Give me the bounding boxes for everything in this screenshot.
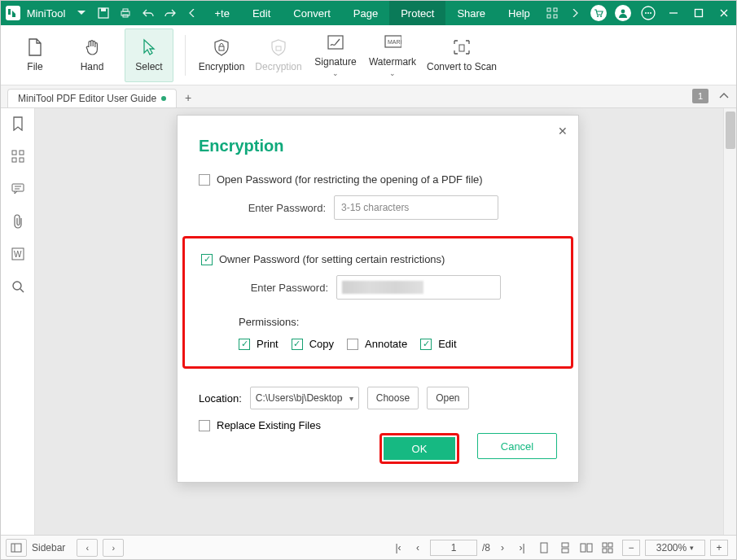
page-prev-icon[interactable]: ‹ — [410, 542, 425, 553]
perm-annotate-checkbox[interactable] — [347, 339, 358, 350]
document-tab[interactable]: MiniTool PDF Editor User Guide — [7, 89, 177, 107]
menu-prev-icon[interactable] — [181, 1, 203, 25]
dropdown-icon[interactable] — [70, 1, 92, 25]
page-input[interactable]: 1 — [430, 540, 477, 556]
menu-edit[interactable]: Edit — [241, 1, 282, 25]
replace-files-label: Replace Existing Files — [217, 419, 321, 431]
new-tab-button[interactable]: + — [177, 88, 200, 107]
sidebar-next[interactable]: › — [103, 539, 124, 557]
thumbnails-icon[interactable] — [9, 147, 27, 165]
app-brand: MiniTool — [25, 7, 71, 20]
enter-password-label: Enter Password: — [236, 202, 326, 214]
word-icon[interactable]: W — [9, 245, 27, 263]
page-navigator: |‹ ‹ 1 /8 › ›| — [391, 540, 529, 556]
sidebar-toggle[interactable] — [6, 539, 27, 557]
menu-page[interactable]: Page — [342, 1, 389, 25]
search-icon[interactable] — [9, 278, 27, 295]
zoom-out-button[interactable]: − — [622, 540, 640, 556]
ribbon-hand-label: Hand — [81, 61, 104, 72]
svg-text:MARK: MARK — [388, 39, 401, 45]
ribbon-file[interactable]: File — [11, 28, 59, 82]
ribbon-hand[interactable]: Hand — [68, 28, 116, 82]
cancel-button[interactable]: Cancel — [477, 433, 557, 459]
ribbon-decryption: Decryption — [254, 28, 303, 82]
perm-copy-checkbox[interactable] — [292, 339, 303, 350]
collapse-ribbon-icon[interactable] — [717, 89, 731, 103]
view-single-icon[interactable] — [536, 540, 552, 555]
page-first-icon[interactable]: |‹ — [391, 542, 406, 553]
view-facing-icon[interactable] — [578, 540, 594, 555]
ribbon-watermark[interactable]: MARK Watermark ⌄ — [368, 28, 417, 82]
ribbon-convert-scan[interactable]: Convert to Scan — [425, 28, 498, 82]
choose-button[interactable]: Choose — [367, 387, 419, 409]
bookmark-icon[interactable] — [9, 115, 27, 133]
print-icon[interactable] — [115, 1, 137, 25]
cursor-icon — [140, 38, 158, 56]
svg-rect-2 — [101, 8, 106, 11]
page-next-icon[interactable]: › — [495, 542, 510, 553]
ok-button[interactable]: OK — [384, 437, 455, 460]
zoom-value[interactable]: 3200%▾ — [645, 540, 705, 556]
hand-icon — [83, 38, 101, 56]
svg-rect-46 — [608, 549, 612, 553]
scrollbar-thumb[interactable] — [726, 112, 735, 149]
apps-icon[interactable] — [542, 1, 564, 25]
ribbon-encryption[interactable]: Encryption — [197, 28, 246, 82]
left-sidebar: W — [1, 108, 35, 535]
undo-icon[interactable] — [137, 1, 159, 25]
svg-rect-6 — [547, 8, 551, 11]
svg-rect-45 — [603, 549, 607, 553]
dialog-close-icon[interactable]: ✕ — [555, 124, 570, 138]
chevron-down-icon: ⌄ — [332, 69, 339, 77]
comments-icon[interactable] — [9, 180, 27, 198]
feedback-button[interactable] — [636, 1, 661, 25]
owner-password-input[interactable] — [336, 275, 501, 300]
window-close[interactable] — [711, 1, 736, 25]
perm-edit-checkbox[interactable] — [420, 339, 432, 350]
menu-share[interactable]: Share — [445, 1, 497, 25]
attachment-icon[interactable] — [9, 212, 27, 230]
menu-help[interactable]: Help — [497, 1, 542, 25]
open-button[interactable]: Open — [427, 387, 468, 409]
location-combo[interactable]: C:\Users\bj\Desktop ▾ — [250, 387, 359, 409]
ribbon-signature[interactable]: Signature ⌄ — [311, 28, 360, 82]
menu-protect[interactable]: Protect — [389, 1, 445, 25]
perm-print-checkbox[interactable] — [239, 339, 250, 350]
enter-password-label-2: Enter Password: — [239, 282, 328, 294]
ribbon-select[interactable]: Select — [125, 28, 173, 82]
window-minimize[interactable] — [661, 1, 687, 25]
open-password-input[interactable]: 3-15 characters — [334, 195, 498, 220]
svg-rect-39 — [562, 543, 568, 547]
encryption-dialog: ✕ Encryption Open Password (for restrict… — [177, 115, 579, 483]
vertical-scrollbar[interactable] — [723, 108, 736, 535]
view-grid-icon[interactable] — [599, 540, 616, 555]
page-last-icon[interactable]: ›| — [515, 542, 529, 553]
cart-button[interactable] — [586, 1, 611, 25]
open-password-checkbox[interactable] — [199, 174, 210, 186]
ribbon-encryption-label: Encryption — [199, 61, 245, 72]
redo-icon[interactable] — [159, 1, 181, 25]
save-icon[interactable] — [93, 1, 115, 25]
lock-shield-icon — [213, 38, 230, 56]
owner-password-checkbox[interactable] — [201, 254, 213, 265]
window-maximize[interactable] — [686, 1, 711, 25]
svg-rect-42 — [587, 544, 592, 552]
unlock-shield-icon — [270, 38, 287, 56]
replace-files-checkbox[interactable] — [199, 420, 210, 431]
view-continuous-icon[interactable] — [557, 540, 573, 555]
dialog-title: Encryption — [178, 116, 578, 170]
ribbon-file-label: File — [27, 61, 42, 72]
title-bar: MiniTool +te Edit Convert Page Protect S… — [1, 1, 736, 25]
menu-next-icon[interactable] — [564, 1, 586, 25]
account-button[interactable] — [611, 1, 636, 25]
page-total: /8 — [482, 542, 490, 553]
sidebar-prev[interactable]: ‹ — [77, 539, 98, 557]
menu-cut[interactable]: +te — [203, 1, 240, 25]
zoom-in-button[interactable]: + — [710, 540, 728, 556]
menu-convert[interactable]: Convert — [282, 1, 342, 25]
svg-point-10 — [597, 15, 599, 17]
document-tabs: MiniTool PDF Editor User Guide + 1 — [1, 85, 736, 108]
svg-rect-4 — [123, 9, 128, 11]
scan-icon — [453, 38, 471, 56]
svg-rect-41 — [581, 544, 586, 552]
